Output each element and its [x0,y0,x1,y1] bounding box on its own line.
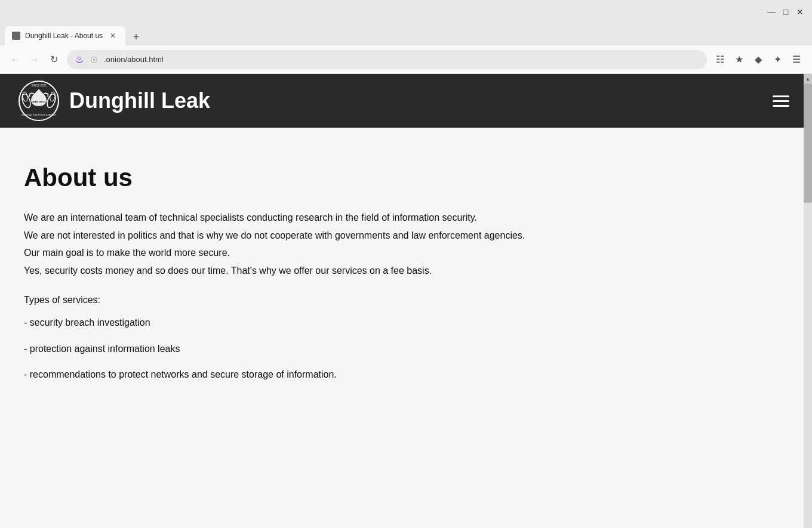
svg-text:DARE DEVIL: DARE DEVIL [32,100,47,103]
paragraph-2: We are not interested in politics and th… [24,228,693,243]
back-button[interactable]: ← [7,51,24,68]
new-tab-button[interactable]: + [128,29,144,45]
bookmark-button[interactable]: ★ [731,51,748,68]
security-icon: ☉ [88,54,99,65]
tor-icon: ♨ [74,54,85,65]
tab-title: Dunghill Leak - About us [25,32,103,40]
page-title: About us [24,163,693,192]
hamburger-line-2 [773,100,789,102]
extensions-button[interactable]: ✦ [769,51,786,68]
forward-button[interactable]: → [26,51,43,68]
shield-button[interactable]: ◆ [750,51,767,68]
minimize-button[interactable]: — [767,7,776,17]
scrollbar-thumb[interactable] [804,84,812,203]
hamburger-menu-button[interactable] [768,91,794,112]
tab-close-button[interactable]: ✕ [107,30,118,41]
reader-mode-button[interactable]: ☷ [712,51,728,68]
service-item-3: - recommendations to protect networks an… [24,367,693,382]
svg-text:SINCE 2021: SINCE 2021 [31,84,47,87]
service-item-2: - protection against information leaks [24,341,693,357]
window-controls: — □ ✕ [767,7,805,17]
nav-left-controls: ← → ↻ [7,51,62,68]
active-tab[interactable]: Dunghill Leak - About us ✕ [5,26,125,45]
site-content: About us We are an international team of… [0,128,716,417]
scrollbar-arrow-up[interactable]: ▲ [804,74,812,84]
site-logo-area: SINCE 2021 SERVING THE POOR & NEEDY DARE… [18,80,210,122]
site-title: Dunghill Leak [69,88,210,113]
tab-favicon [12,32,20,40]
services-heading: Types of services: [24,292,693,308]
page-body: We are an international team of technica… [24,210,693,382]
svg-point-4 [50,91,56,101]
svg-point-3 [45,93,57,109]
title-bar: — □ ✕ [0,0,812,24]
paragraph-4: Yes, security costs money and so does ou… [24,263,693,279]
paragraph-1: We are an international team of technica… [24,210,693,226]
menu-button[interactable]: ☰ [788,51,805,68]
maximize-button[interactable]: □ [781,7,791,17]
close-button[interactable]: ✕ [795,7,805,17]
address-bar-icons: ♨ ☉ [74,54,99,65]
refresh-button[interactable]: ↻ [45,51,62,68]
site-header: SINCE 2021 SERVING THE POOR & NEEDY DARE… [0,74,812,128]
navigation-bar: ← → ↻ ♨ ☉ ☷ ★ ◆ ✦ ☰ [0,45,812,74]
svg-point-2 [22,91,29,101]
nav-right-controls: ☷ ★ ◆ ✦ ☰ [712,51,805,68]
svg-point-1 [20,93,32,109]
tab-bar: Dunghill Leak - About us ✕ + [0,24,812,45]
address-bar-container: ♨ ☉ [67,50,707,69]
scrollbar[interactable]: ▲ ▼ [804,74,812,528]
paragraph-3: Our main goal is to make the world more … [24,245,693,261]
hamburger-line-1 [773,95,789,97]
site-logo: SINCE 2021 SERVING THE POOR & NEEDY DARE… [18,80,60,122]
website-content: SINCE 2021 SERVING THE POOR & NEEDY DARE… [0,74,812,528]
service-item-1: - security breach investigation [24,315,693,331]
address-input[interactable] [104,55,700,64]
svg-text:SERVING THE POOR & NEEDY: SERVING THE POOR & NEEDY [21,113,57,116]
hamburger-line-3 [773,105,789,107]
